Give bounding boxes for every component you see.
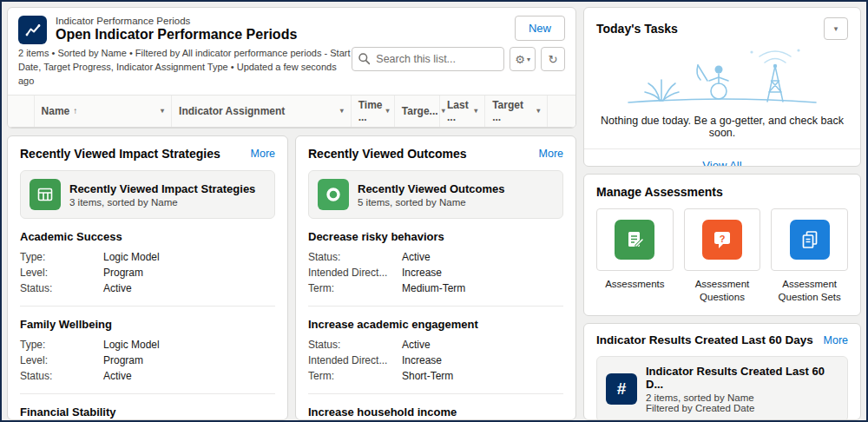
field-value: Program: [103, 354, 143, 366]
list-item: Increase household income Status:Active …: [308, 394, 563, 420]
assessment-questions-tile[interactable]: ? Assessment Questions: [684, 208, 761, 304]
chevron-down-icon: ▾: [527, 56, 530, 63]
table-header-row: Name ↑ ▾ Indicator Assignment ▾ Time ...…: [8, 95, 575, 127]
list-item: Decrease risky behaviors Status:Active I…: [308, 219, 563, 307]
list-summary-header[interactable]: Recently Viewed Impact Strategies 3 item…: [20, 170, 275, 219]
impact-strategies-panel: Recently Viewed Impact Strategies More R…: [7, 135, 288, 420]
empty-state-message: Nothing due today. Be a go-getter, and c…: [596, 115, 848, 139]
outcome-icon: [318, 179, 349, 210]
column-label: Name: [42, 105, 70, 117]
column-header-target[interactable]: Targe... ▾: [394, 95, 439, 127]
list-summary-title: Recently Viewed Outcomes: [358, 182, 505, 195]
field-value: Active: [103, 370, 132, 382]
field-label: Level:: [20, 354, 103, 366]
performance-period-object-icon: [18, 16, 47, 44]
app-window: Indicator Performance Periods Open Indic…: [0, 0, 868, 422]
tile-label: Assessment Questions: [684, 278, 761, 304]
record-name[interactable]: Increase household income: [308, 406, 563, 419]
panel-title: Recently Viewed Outcomes: [308, 147, 467, 161]
list-view-subheader: 2 items • Sorted by Name • Filtered by A…: [18, 47, 565, 89]
chevron-down-icon: ▾: [161, 107, 164, 115]
column-header-time-period[interactable]: Time ... ▾: [351, 95, 394, 127]
field-value: Increase: [402, 354, 442, 366]
performance-periods-table: Name ↑ ▾ Indicator Assignment ▾ Time ...…: [8, 95, 575, 129]
column-label: Last ...: [447, 99, 470, 123]
panel-title: Indicator Results Created Last 60 Days: [596, 333, 813, 346]
column-label: Targe...: [402, 105, 438, 117]
recently-viewed-row: Recently Viewed Impact Strategies More R…: [7, 135, 576, 420]
field-label: Type:: [20, 339, 103, 351]
page-title: Open Indicator Performance Periods: [56, 27, 297, 43]
list-item: Financial Stability Type:Logic Model Lev…: [20, 394, 275, 420]
more-link[interactable]: More: [539, 148, 563, 160]
record-name[interactable]: Family Wellbeing: [20, 318, 275, 331]
tile-label: Assessment Question Sets: [771, 278, 848, 304]
target-value: 80.00: [394, 127, 439, 129]
todays-tasks-panel: Today's Tasks ▾: [583, 7, 861, 167]
list-summary-subtitle: 5 items, sorted by Name: [358, 197, 505, 208]
sort-ascending-icon: ↑: [73, 106, 77, 115]
new-button[interactable]: New: [515, 16, 565, 41]
field-label: Type:: [20, 251, 103, 263]
manage-assessments-panel: Manage Assessments: [583, 174, 861, 316]
field-label: Level:: [20, 267, 103, 279]
list-search: [352, 47, 504, 71]
column-header-indicator-assignment[interactable]: Indicator Assignment ▾: [172, 95, 352, 127]
indicator-result-icon: #: [606, 373, 637, 405]
more-link[interactable]: More: [824, 334, 848, 346]
list-summary-title: Indicator Results Created Last 60 D...: [646, 365, 838, 391]
record-name[interactable]: Academic Success: [20, 230, 275, 243]
assessments-icon: [615, 220, 654, 260]
refresh-icon: ↻: [549, 53, 558, 66]
panel-title: Manage Assessments: [596, 185, 723, 199]
field-value: Logic Model: [103, 251, 160, 263]
svg-text:?: ?: [720, 234, 726, 244]
last-value: 63.00: [439, 127, 484, 129]
field-value: Active: [402, 339, 431, 351]
tasks-menu-button[interactable]: ▾: [824, 17, 848, 40]
field-label: Status:: [20, 370, 103, 382]
view-all-link[interactable]: View All: [702, 159, 741, 167]
list-view-titles: Indicator Performance Periods Open Indic…: [56, 16, 297, 43]
field-value: Active: [402, 251, 431, 263]
list-summary-filter: Filtered by Created Date: [646, 403, 838, 413]
row-actions-column-header: [548, 95, 575, 127]
row-number: 1: [8, 127, 34, 129]
target-status-value: At Risk: [485, 127, 548, 129]
assessment-question-sets-icon: [790, 220, 830, 260]
list-controls: ⚙ ▾ ↻: [352, 47, 565, 89]
record-name[interactable]: Increase academic engagement: [308, 318, 563, 331]
empty-state-illustration: [596, 42, 848, 111]
chevron-down-icon: ▾: [340, 107, 344, 115]
record-name[interactable]: Decrease risky behaviors: [308, 230, 563, 243]
field-value: Program: [103, 267, 143, 279]
list-item: Increase academic engagement Status:Acti…: [308, 307, 563, 394]
row-number-column-header: [8, 95, 34, 127]
search-input[interactable]: [352, 47, 504, 71]
list-item: Academic Success Type:Logic Model Level:…: [20, 219, 275, 307]
list-settings-button[interactable]: ⚙ ▾: [510, 47, 536, 71]
outcomes-panel: Recently Viewed Outcomes More Recently V…: [295, 135, 576, 420]
assessments-tile[interactable]: Assessments: [596, 208, 674, 304]
column-header-last[interactable]: Last ... ▾: [439, 95, 484, 127]
chevron-down-icon: ▾: [834, 24, 838, 33]
field-value: Short-Term: [402, 370, 453, 382]
list-summary-header[interactable]: Recently Viewed Outcomes 5 items, sorted…: [308, 170, 563, 219]
field-value: Medium-Term: [402, 282, 465, 294]
list-view-header: Indicator Performance Periods Open Indic…: [18, 16, 565, 44]
indicator-results-panel: Indicator Results Created Last 60 Days M…: [583, 323, 861, 420]
record-name[interactable]: Financial Stability: [20, 406, 275, 419]
field-label: Status:: [308, 339, 402, 351]
more-link[interactable]: More: [251, 148, 275, 160]
assessment-question-sets-tile[interactable]: Assessment Question Sets: [771, 208, 848, 304]
list-item: Family Wellbeing Type:Logic Model Level:…: [20, 307, 275, 394]
field-label: Intended Direct...: [308, 354, 402, 366]
refresh-button[interactable]: ↻: [541, 47, 565, 71]
list-summary-header[interactable]: # Indicator Results Created Last 60 D...…: [596, 356, 848, 420]
column-header-name[interactable]: Name ↑ ▾: [34, 95, 171, 127]
column-label: Time ...: [358, 99, 383, 123]
chevron-down-icon: ▾: [474, 107, 477, 115]
tile-label: Assessments: [596, 278, 674, 291]
left-column: Indicator Performance Periods Open Indic…: [7, 7, 576, 420]
column-header-target-status[interactable]: Target ... ▾: [485, 95, 548, 127]
